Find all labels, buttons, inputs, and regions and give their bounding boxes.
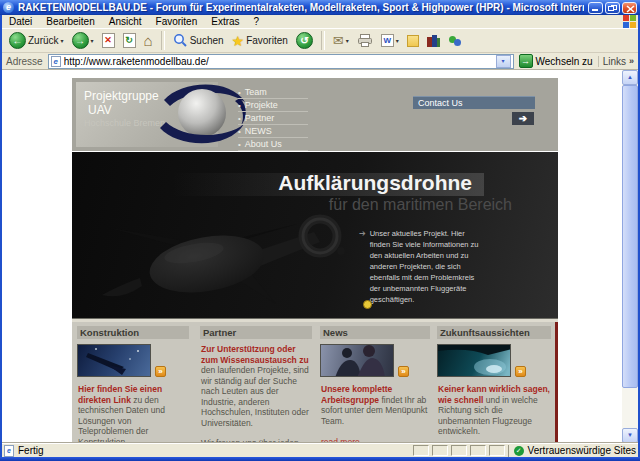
people-silhouette-icon	[321, 345, 394, 377]
forward-button[interactable]: → ▾	[70, 31, 96, 50]
favorites-button[interactable]: ★ Favoriten	[230, 32, 290, 50]
column-header: Zukunftsaussichten	[437, 326, 551, 339]
back-dropdown-icon: ▾	[61, 37, 64, 44]
close-icon	[625, 4, 636, 14]
links-bar[interactable]: Links »	[598, 56, 634, 67]
status-panel	[432, 445, 448, 456]
news-image[interactable]	[320, 344, 394, 377]
links-label: Links	[603, 56, 626, 67]
window-border-bottom	[0, 457, 640, 461]
go-arrow-icon: →	[519, 54, 533, 68]
refresh-icon: ↻	[123, 33, 136, 48]
minimize-button[interactable]	[588, 2, 603, 14]
nav-item-projekte[interactable]: •Projekte	[238, 99, 308, 112]
status-panel	[489, 445, 505, 456]
menu-extras[interactable]: Extras	[204, 16, 246, 27]
menu-bar: Datei Bearbeiten Ansicht Favoriten Extra…	[2, 15, 638, 28]
contact-arrow-button[interactable]: ➔	[512, 112, 534, 125]
title-bar: e RAKETENMODELLBAU.DE - Forum für Experi…	[0, 0, 640, 15]
back-icon: ←	[9, 32, 26, 49]
address-input[interactable]: e http://www.raketenmodellbau.de/ ▾	[48, 54, 514, 69]
research-button[interactable]	[425, 34, 442, 48]
page-viewport: Projektgruppe UAV Hochschule Bremen	[2, 70, 638, 443]
stop-icon: ✕	[102, 33, 115, 48]
nav-item-about[interactable]: •About Us	[238, 138, 308, 151]
go-button[interactable]: → Wechseln zu	[519, 54, 593, 68]
home-button[interactable]: ⌂	[142, 31, 155, 50]
scroll-down-button[interactable]: ▼	[622, 428, 638, 443]
address-label: Adresse	[6, 56, 43, 67]
more-arrow-icon[interactable]: »	[398, 366, 409, 377]
dropdown-caret-icon: ▾	[502, 58, 505, 64]
column-lead: Zur Unterstützung oder zum Wissensaustau…	[201, 344, 309, 365]
forward-dropdown-icon: ▾	[91, 37, 94, 44]
nav-label: About Us	[245, 139, 282, 149]
bullet-icon: •	[238, 88, 241, 97]
menu-bearbeiten[interactable]: Bearbeiten	[39, 16, 101, 27]
nav-label: Partner	[245, 113, 275, 123]
back-label: Zurück	[28, 35, 59, 46]
close-button[interactable]	[622, 2, 637, 14]
messenger-button[interactable]	[446, 34, 463, 48]
nav-label: Team	[245, 87, 267, 97]
aircraft-silhouette-icon	[78, 345, 151, 377]
menu-datei[interactable]: Datei	[2, 16, 39, 27]
address-bar: Adresse e http://www.raketenmodellbau.de…	[2, 53, 638, 70]
nav-item-news[interactable]: •NEWS	[238, 125, 308, 138]
status-panel	[413, 445, 429, 456]
bullet-icon: •	[238, 114, 241, 123]
print-button[interactable]	[355, 32, 375, 49]
favorites-label: Favoriten	[246, 35, 288, 46]
site-nav: •Team •Projekte •Partner •NEWS •About Us	[238, 86, 308, 151]
more-arrow-icon[interactable]: »	[155, 366, 166, 377]
menu-ansicht[interactable]: Ansicht	[102, 16, 149, 27]
status-text: Fertig	[18, 445, 44, 456]
research-books-icon	[427, 35, 440, 47]
status-panel	[470, 445, 486, 456]
restore-button[interactable]	[605, 2, 620, 14]
column-body: den laufenden Projekte, sind wir ständig…	[201, 365, 309, 428]
stop-button[interactable]: ✕	[100, 32, 117, 49]
search-button[interactable]: Suchen	[171, 32, 226, 49]
menu-hilfe[interactable]: ?	[247, 16, 267, 27]
back-button[interactable]: ← Zurück ▾	[7, 31, 66, 50]
scroll-up-button[interactable]: ▲	[622, 70, 638, 85]
nav-item-partner[interactable]: •Partner	[238, 112, 308, 125]
discuss-note-icon	[407, 35, 419, 47]
go-label: Wechseln zu	[536, 56, 593, 67]
toolbar-separator	[321, 31, 325, 50]
windows-logo-icon	[623, 15, 636, 28]
nav-item-team[interactable]: •Team	[238, 86, 308, 99]
discuss-button[interactable]	[405, 34, 421, 48]
messenger-icon	[448, 35, 461, 47]
history-button[interactable]: ↺	[294, 31, 315, 50]
contact-us-button[interactable]: Contact Us	[413, 96, 535, 109]
zukunft-image[interactable]	[437, 344, 511, 377]
edit-button[interactable]: W ▾	[379, 33, 401, 48]
nav-label: Projekte	[245, 100, 278, 110]
web-page: Projektgruppe UAV Hochschule Bremen	[2, 70, 622, 443]
hero-title: Aufklärungsdrohne	[278, 171, 472, 195]
column-konstruktion: Konstruktion » Hier finden Sie einen dir…	[77, 326, 189, 443]
nav-label: NEWS	[245, 126, 272, 136]
toolbar-separator	[161, 31, 165, 50]
status-left: e Fertig	[4, 445, 410, 457]
zone-label: Vertrauenswürdige Sites	[528, 445, 636, 456]
browser-window: e RAKETENMODELLBAU.DE - Forum für Experi…	[0, 0, 640, 461]
menu-favoriten[interactable]: Favoriten	[149, 16, 205, 27]
hero-paragraph: ➔ Unser aktuelles Projekt. Hier finden S…	[359, 228, 481, 305]
refresh-button[interactable]: ↻	[121, 32, 138, 49]
scrollbar-thumb[interactable]	[622, 85, 638, 388]
page-doc-icon: e	[4, 445, 14, 457]
konstruktion-image[interactable]	[77, 344, 151, 377]
column-partner: Partner Zur Unterstützung oder zum Wisse…	[200, 326, 312, 443]
favorites-star-icon: ★	[232, 33, 245, 49]
vertical-scrollbar[interactable]: ▲ ▼	[622, 70, 638, 443]
drone-image	[82, 198, 382, 316]
mail-button[interactable]: ✉ ▾	[331, 32, 351, 49]
space-glow-icon	[438, 345, 511, 377]
address-dropdown-button[interactable]: ▾	[496, 55, 511, 68]
more-arrow-icon[interactable]: »	[515, 366, 526, 377]
security-zone: ✓ Vertrauenswürdige Sites	[508, 445, 636, 457]
ie-icon: e	[3, 2, 14, 13]
